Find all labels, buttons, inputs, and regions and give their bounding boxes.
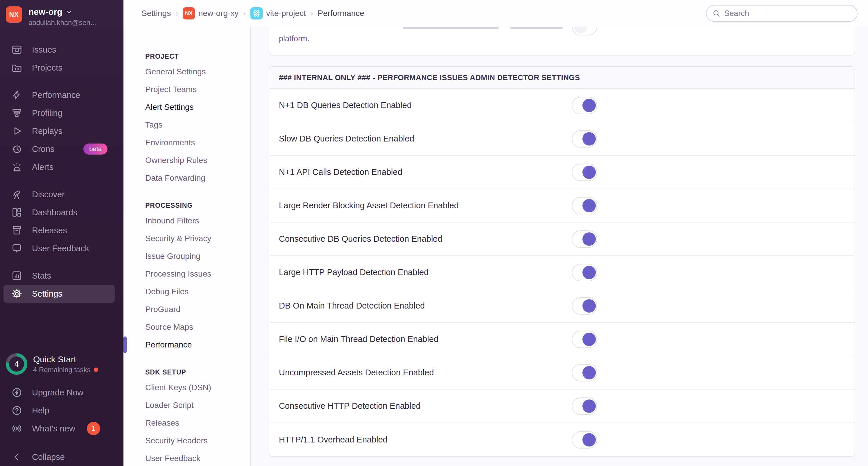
subnav-item-processing-issues[interactable]: Processing Issues (123, 265, 250, 283)
toggle-n1-db-queries[interactable] (572, 97, 597, 114)
sidebar-item-crons[interactable]: Crons beta (3, 140, 115, 158)
subnav-item-releases[interactable]: Releases (123, 414, 250, 432)
setting-label: N+1 DB Queries Detection Enabled (279, 100, 412, 110)
sidebar-item-label: Dashboards (32, 208, 77, 217)
upgrade-icon (11, 387, 23, 398)
toggle-file-io-main-thread[interactable] (572, 331, 597, 348)
toggle-slow-db-queries[interactable] (572, 130, 597, 148)
sidebar-item-collapse[interactable]: Collapse (3, 448, 115, 466)
toggle-large-render-blocking-asset[interactable] (572, 197, 597, 214)
subnav-item-issue-grouping[interactable]: Issue Grouping (123, 247, 250, 265)
sidebar-item-label: Settings (32, 289, 62, 299)
sidebar-item-discover[interactable]: Discover (3, 185, 115, 204)
whats-new-badge: 1 (87, 422, 100, 435)
setting-row: Uncompressed Assets Detection Enabled (269, 356, 855, 390)
subnav-item-project-teams[interactable]: Project Teams (123, 81, 250, 98)
quick-start-alert-dot (94, 368, 98, 372)
setting-row: File I/O on Main Thread Detection Enable… (269, 323, 855, 356)
toggle-clipped-setting[interactable] (572, 27, 597, 35)
org-name: new-org (28, 7, 62, 17)
quick-start-progress-ring: 4 (6, 353, 27, 375)
sidebar-item-replays[interactable]: Replays (3, 122, 115, 140)
search-box[interactable] (706, 5, 858, 22)
sidebar-item-label: Profiling (32, 108, 62, 118)
subnav-item-client-keys[interactable]: Client Keys (DSN) (123, 378, 250, 396)
sidebar-item-whats-new[interactable]: What's new 1 (3, 420, 115, 438)
clipped-text-fragment (510, 27, 563, 29)
crons-icon (11, 143, 23, 155)
setting-label: DB On Main Thread Detection Enabled (279, 301, 425, 311)
toggle-n1-api-calls[interactable] (572, 163, 597, 181)
sidebar-item-settings[interactable]: Settings (3, 285, 115, 303)
sidebar-item-alerts[interactable]: Alerts (3, 158, 115, 176)
sidebar-item-user-feedback[interactable]: User Feedback (3, 239, 115, 257)
settings-subnav: PROJECT General Settings Project Teams A… (123, 27, 251, 466)
setting-row: Consecutive DB Queries Detection Enabled (269, 222, 855, 256)
subnav-item-loader-script[interactable]: Loader Script (123, 396, 250, 414)
breadcrumb-settings[interactable]: Settings (142, 9, 171, 18)
sidebar-item-projects[interactable]: Projects (3, 59, 115, 77)
subnav-item-tags[interactable]: Tags (123, 116, 250, 134)
quick-start-panel-button[interactable]: 4 Quick Start 4 Remaining tasks (0, 353, 123, 383)
sidebar-item-label: Alerts (32, 162, 54, 172)
setting-label: Consecutive HTTP Detection Enabled (279, 401, 421, 411)
card-title: ### INTERNAL ONLY ### - PERFORMANCE ISSU… (279, 73, 580, 82)
chevron-down-icon (65, 8, 73, 16)
subnav-item-source-maps[interactable]: Source Maps (123, 318, 250, 336)
setting-label: File I/O on Main Thread Detection Enable… (279, 334, 438, 344)
subnav-item-inbound-filters[interactable]: Inbound Filters (123, 212, 250, 229)
sidebar-item-label: Crons (32, 145, 54, 154)
subnav-item-ownership-rules[interactable]: Ownership Rules (123, 151, 250, 169)
sidebar-item-releases[interactable]: Releases (3, 221, 115, 239)
subnav-item-security-headers[interactable]: Security Headers (123, 432, 250, 449)
discover-icon (11, 189, 23, 200)
sidebar-item-label: Stats (32, 271, 51, 281)
subnav-item-environments[interactable]: Environments (123, 134, 250, 151)
performance-icon (11, 89, 23, 101)
releases-icon (11, 224, 23, 236)
toggle-http11-overhead[interactable] (572, 431, 597, 448)
subnav-item-user-feedback[interactable]: User Feedback (123, 449, 250, 466)
projects-icon (11, 62, 23, 73)
subnav-item-security-privacy[interactable]: Security & Privacy (123, 229, 250, 247)
profiling-icon (11, 107, 23, 119)
sidebar-item-label: Projects (32, 63, 62, 73)
setting-label: Slow DB Queries Detection Enabled (279, 134, 414, 144)
issues-icon (11, 44, 23, 56)
sidebar-item-dashboards[interactable]: Dashboards (3, 204, 115, 221)
toggle-db-on-main-thread[interactable] (572, 297, 597, 315)
sidebar-item-issues[interactable]: Issues (3, 41, 115, 59)
sidebar-item-help[interactable]: Help (3, 402, 115, 420)
toggle-consecutive-http[interactable] (572, 398, 597, 415)
setting-row: N+1 API Calls Detection Enabled (269, 156, 855, 189)
sidebar-item-label: Performance (32, 90, 80, 100)
breadcrumb-project[interactable]: vite-project (250, 7, 306, 20)
whats-new-icon (11, 423, 23, 434)
toggle-uncompressed-assets[interactable] (572, 364, 597, 381)
sidebar-item-label: What's new (32, 424, 75, 433)
subnav-item-data-forwarding[interactable]: Data Forwarding (123, 169, 250, 187)
sidebar-item-label: Help (32, 406, 50, 415)
breadcrumb-organization[interactable]: NX new-org-xy (183, 7, 239, 20)
breadcrumb-chevron-icon: › (243, 9, 246, 18)
search-input[interactable] (724, 9, 851, 18)
sidebar-item-label: Issues (32, 45, 56, 55)
toggle-large-http-payload[interactable] (572, 264, 597, 281)
sidebar-item-stats[interactable]: Stats (3, 267, 115, 285)
breadcrumb-org-label: new-org-xy (198, 9, 239, 18)
sidebar-item-performance[interactable]: Performance (3, 86, 115, 104)
subnav-item-proguard[interactable]: ProGuard (123, 301, 250, 318)
admin-detector-settings-card: ### INTERNAL ONLY ### - PERFORMANCE ISSU… (269, 66, 855, 457)
card-header: ### INTERNAL ONLY ### - PERFORMANCE ISSU… (269, 67, 855, 89)
primary-nav: Issues Projects Performance Profiling (0, 41, 123, 303)
org-avatar: NX (6, 6, 22, 23)
org-switcher[interactable]: NX new-org abdullah.khan@sen… (0, 0, 123, 27)
subnav-item-debug-files[interactable]: Debug Files (123, 283, 250, 301)
subnav-item-alert-settings[interactable]: Alert Settings (123, 98, 250, 116)
subnav-item-performance[interactable]: Performance (123, 336, 250, 353)
sidebar-item-upgrade-now[interactable]: Upgrade Now (3, 383, 115, 402)
user-feedback-icon (11, 243, 23, 254)
subnav-item-general-settings[interactable]: General Settings (123, 63, 250, 81)
toggle-consecutive-db-queries[interactable] (572, 230, 597, 248)
sidebar-item-profiling[interactable]: Profiling (3, 104, 115, 122)
